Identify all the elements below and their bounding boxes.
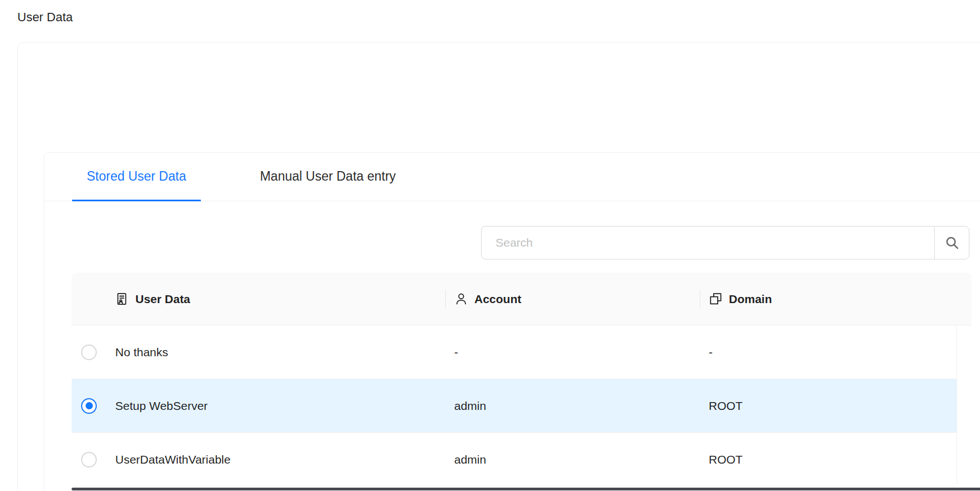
block-overlapping-squares-icon xyxy=(709,292,723,306)
cell-user-data: UserDataWithVariable xyxy=(106,453,445,466)
header-account: Account xyxy=(445,292,700,306)
table-header-row: User Data Account xyxy=(72,273,972,325)
radio-button[interactable] xyxy=(81,452,97,468)
cell-account: admin xyxy=(445,453,700,466)
radio-button[interactable] xyxy=(81,398,97,414)
search-icon xyxy=(944,235,960,251)
tab-bar: Stored User Data Manual User Data entry xyxy=(44,153,980,201)
table-body: No thanks - - Setup WebServer admin ROOT… xyxy=(72,325,972,487)
user-icon xyxy=(454,292,468,306)
user-data-table: User Data Account xyxy=(72,273,972,487)
horizontal-scrollbar[interactable] xyxy=(72,488,980,490)
tab-stored-user-data[interactable]: Stored User Data xyxy=(72,153,201,201)
tab-stored-user-data-label: Stored User Data xyxy=(87,169,186,184)
header-domain-label: Domain xyxy=(729,292,772,306)
tab-manual-user-data-entry[interactable]: Manual User Data entry xyxy=(246,153,411,201)
header-user-data: User Data xyxy=(106,292,445,306)
user-data-page: User Data Stored User Data Manual User D… xyxy=(0,0,980,491)
solution-document-icon xyxy=(115,292,129,306)
tab-manual-user-data-entry-label: Manual User Data entry xyxy=(260,169,396,184)
header-domain: Domain xyxy=(700,292,972,306)
cell-domain: ROOT xyxy=(700,399,957,413)
header-user-data-label: User Data xyxy=(135,292,190,306)
cell-account: admin xyxy=(445,399,700,413)
search-input[interactable] xyxy=(481,226,934,259)
cell-domain: - xyxy=(700,346,957,359)
table-row-no-thanks[interactable]: No thanks - - xyxy=(72,325,957,379)
search-button[interactable] xyxy=(934,226,969,259)
table-row-userdatawithvariable[interactable]: UserDataWithVariable admin ROOT xyxy=(72,433,957,487)
cell-user-data: No thanks xyxy=(106,346,445,359)
cell-account: - xyxy=(445,346,700,359)
table-row-setup-webserver[interactable]: Setup WebServer admin ROOT xyxy=(72,379,957,433)
page-title: User Data xyxy=(17,9,73,26)
radio-cell[interactable] xyxy=(72,344,106,360)
cell-domain: ROOT xyxy=(700,453,957,466)
radio-cell[interactable] xyxy=(72,398,106,414)
cell-user-data: Setup WebServer xyxy=(106,399,445,413)
radio-cell[interactable] xyxy=(72,452,106,468)
table-body-scroll-gutter xyxy=(957,325,957,484)
radio-button[interactable] xyxy=(81,344,97,360)
header-account-label: Account xyxy=(474,292,521,306)
search-group xyxy=(481,226,969,259)
